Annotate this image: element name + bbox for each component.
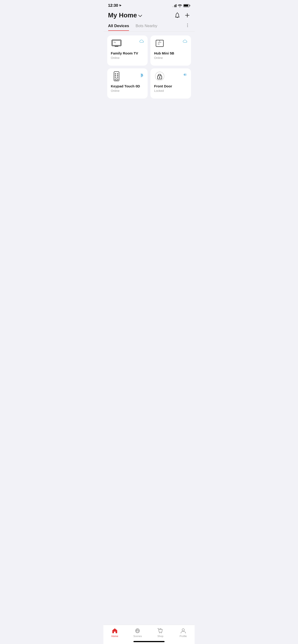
svg-point-22 (117, 77, 118, 78)
device-status-family-room-tv: Online (111, 56, 144, 60)
notification-button[interactable] (174, 12, 180, 18)
svg-point-17 (115, 73, 116, 74)
cloud-icon (139, 40, 144, 44)
lock-icon (154, 72, 165, 80)
device-name-keypad: Keypad Touch 0D (111, 84, 144, 88)
device-icon-row (111, 72, 144, 80)
svg-point-24 (155, 72, 164, 81)
time-display: 12:30 (108, 3, 118, 8)
device-icon-row: TV (111, 39, 144, 48)
svg-point-5 (187, 26, 188, 27)
bluetooth-icon (140, 72, 144, 78)
svg-rect-23 (115, 79, 118, 80)
device-card-hub-mini-5b[interactable]: Switch Bot Hub Mini 5B Online (150, 36, 191, 66)
device-status-keypad: Online (111, 89, 144, 92)
hub-icon: Switch Bot (154, 39, 165, 48)
header: My Home (104, 10, 195, 23)
battery-icon (183, 4, 190, 7)
main-content: TV Family Room TV Online (104, 32, 195, 123)
cloud-icon-2 (182, 40, 187, 44)
svg-text:Bot: Bot (158, 43, 160, 45)
location-arrow-icon (119, 4, 122, 7)
device-name-hub-mini: Hub Mini 5B (154, 51, 187, 55)
svg-point-18 (117, 73, 118, 74)
devices-grid: TV Family Room TV Online (104, 32, 195, 102)
svg-text:Switch: Switch (158, 42, 161, 43)
chevron-down-icon (138, 15, 142, 17)
device-card-family-room-tv[interactable]: TV Family Room TV Online (107, 36, 148, 66)
status-time: 12:30 (108, 3, 122, 8)
device-status-front-door: Locked (154, 89, 187, 92)
header-title[interactable]: My Home (108, 12, 142, 19)
svg-point-20 (117, 75, 118, 76)
device-name-front-door: Front Door (154, 84, 187, 88)
svg-point-19 (115, 75, 116, 76)
three-dots-icon (185, 23, 190, 28)
tabs-more-button[interactable] (185, 23, 190, 32)
svg-point-4 (187, 25, 188, 26)
tab-all-devices[interactable]: All Devices (108, 24, 129, 30)
home-title: My Home (108, 12, 137, 19)
status-icons (172, 4, 190, 7)
svg-point-21 (115, 77, 116, 78)
tab-bots-nearby[interactable]: Bots Nearby (136, 24, 157, 30)
add-button[interactable] (184, 12, 190, 18)
plus-icon (184, 12, 190, 18)
header-actions (174, 12, 190, 18)
svg-point-14 (159, 41, 160, 42)
keypad-icon (111, 72, 122, 80)
device-name-family-room-tv: Family Room TV (111, 51, 144, 55)
device-status-hub-mini: Online (154, 56, 187, 60)
device-card-front-door[interactable]: Front Door Locked (150, 68, 191, 98)
tabs-container: All Devices Bots Nearby (104, 23, 195, 32)
svg-rect-6 (112, 40, 121, 46)
tv-icon: TV (111, 39, 122, 48)
device-card-keypad-touch[interactable]: Keypad Touch 0D Online (107, 68, 148, 98)
device-icon-row (154, 72, 187, 80)
svg-rect-16 (114, 72, 119, 81)
device-icon-row: Switch Bot (154, 39, 187, 48)
bell-icon (174, 12, 180, 18)
svg-text:TV: TV (114, 42, 116, 43)
svg-point-3 (187, 24, 188, 24)
signal-bars (172, 4, 176, 7)
bluetooth-signal-icon (182, 72, 187, 78)
status-bar: 12:30 (104, 0, 195, 10)
tabs: All Devices Bots Nearby (108, 24, 185, 30)
wifi-icon (178, 4, 182, 7)
